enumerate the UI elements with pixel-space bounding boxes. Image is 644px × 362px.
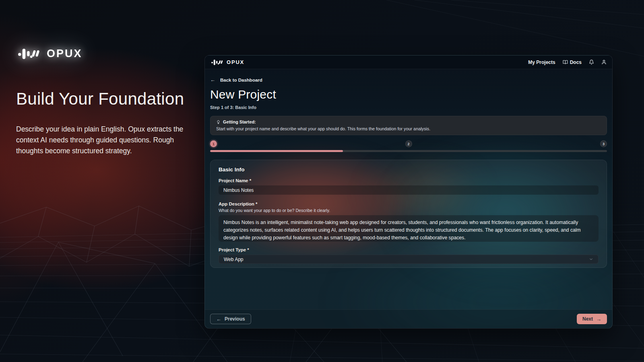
- basic-info-card: Basic Info Project Name * App Descriptio…: [210, 160, 607, 268]
- progress-track: [210, 150, 607, 152]
- app-logo[interactable]: OPUX: [211, 59, 244, 66]
- page-title: New Project: [210, 88, 607, 101]
- next-button[interactable]: Next →: [577, 314, 607, 324]
- callout-title: Getting Started:: [223, 119, 256, 124]
- app-logo-icon: [211, 59, 224, 66]
- back-to-dashboard-link[interactable]: ← Back to Dashboard: [210, 77, 262, 83]
- app-window: OPUX My Projects Docs ← Back to Dashboa: [204, 55, 613, 329]
- page-description: Describe your idea in plain English. Opu…: [16, 124, 198, 156]
- brand-logo: OPUX: [16, 47, 83, 60]
- getting-started-callout: Getting Started: Start with your project…: [210, 116, 607, 135]
- nav-docs-label: Docs: [570, 60, 582, 65]
- arrow-left-icon: ←: [210, 77, 215, 83]
- step-indicator: Step 1 of 3: Basic Info: [210, 105, 607, 110]
- topbar-nav: My Projects Docs: [528, 60, 607, 65]
- page-headline: Build Your Foundation: [16, 89, 184, 109]
- brand-logo-icon: [16, 48, 43, 60]
- project-type-label: Project Type *: [219, 247, 599, 252]
- app-topbar: OPUX My Projects Docs: [205, 56, 612, 69]
- project-name-input[interactable]: [219, 185, 599, 195]
- app-content: ← Back to Dashboard New Project Step 1 o…: [205, 77, 612, 268]
- app-description-helper: What do you want your app to do or be? D…: [219, 208, 599, 213]
- brand-name: OPUX: [47, 47, 83, 60]
- nav-docs[interactable]: Docs: [563, 60, 582, 65]
- app-description-label: App Description *: [219, 202, 599, 206]
- wizard-footer: ← Previous Next →: [205, 309, 612, 328]
- previous-button-label: Previous: [225, 316, 245, 322]
- project-type-value: Web App: [224, 257, 243, 262]
- arrow-right-icon: →: [596, 316, 601, 322]
- user-icon[interactable]: [601, 60, 607, 65]
- step-circle-2[interactable]: 2: [405, 140, 412, 147]
- arrow-left-icon: ←: [216, 316, 221, 322]
- stepper: 1 2 3: [210, 140, 607, 152]
- project-type-select[interactable]: Web App: [219, 255, 599, 264]
- project-name-label: Project Name *: [219, 178, 599, 183]
- lightbulb-icon: [216, 120, 221, 124]
- previous-button[interactable]: ← Previous: [210, 314, 251, 324]
- next-button-label: Next: [582, 316, 593, 322]
- step-circle-1[interactable]: 1: [210, 140, 217, 147]
- progress-fill: [210, 150, 343, 152]
- bell-icon[interactable]: [589, 60, 594, 65]
- step-circle-3[interactable]: 3: [600, 140, 607, 147]
- nav-my-projects[interactable]: My Projects: [528, 60, 555, 65]
- app-description-textarea[interactable]: Nimbus Notes is an intelligent, minimali…: [219, 215, 599, 242]
- book-icon: [563, 60, 568, 65]
- card-title: Basic Info: [219, 167, 599, 173]
- chevron-down-icon: [589, 257, 593, 261]
- back-link-label: Back to Dashboard: [220, 78, 262, 82]
- callout-body: Start with your project name and describ…: [216, 126, 601, 131]
- nav-my-projects-label: My Projects: [528, 60, 555, 65]
- app-brand-name: OPUX: [227, 59, 244, 65]
